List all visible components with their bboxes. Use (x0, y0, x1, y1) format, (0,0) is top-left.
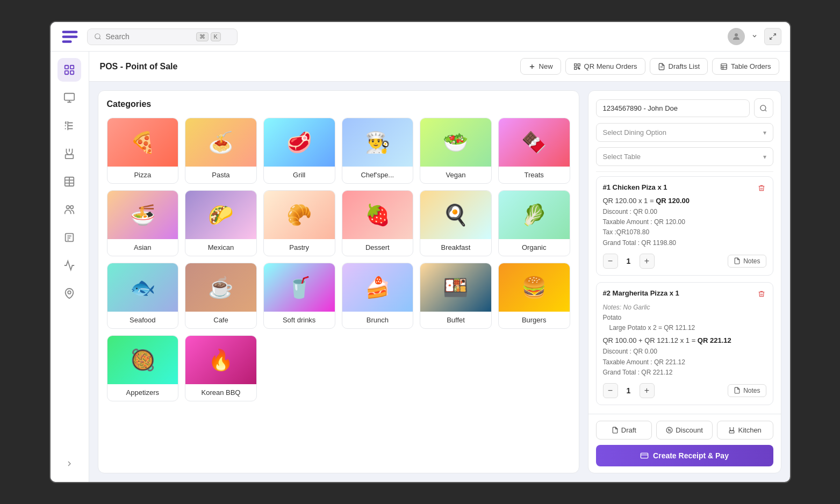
category-img-13: ☕ (185, 263, 256, 312)
table-orders-button[interactable]: Table Orders (712, 58, 779, 75)
order-item-2-qty-row: − 1 + Notes (603, 383, 766, 398)
category-card-vegan[interactable]: 🥗 Vegan (420, 118, 492, 184)
new-label: New (539, 62, 553, 70)
main-layout: POS - Point of Sale New (51, 52, 790, 482)
order-item-2-title: #2 Margherita Pizza x 1 (603, 289, 679, 297)
sidebar-item-pos[interactable] (58, 86, 81, 110)
svg-rect-0 (62, 31, 77, 33)
svg-point-41 (669, 429, 669, 429)
customer-search-btn[interactable] (754, 98, 773, 118)
order-item-2-notes: Notes: No Garlic Potato Large Potato x 2… (603, 303, 766, 334)
category-card-dessert[interactable]: 🍓 Dessert (342, 190, 414, 256)
category-card-chef'spe...[interactable]: 👨‍🍳 Chef'spe... (342, 118, 414, 184)
order-item-1-qty-minus[interactable]: − (603, 254, 618, 269)
draft-button[interactable]: Draft (596, 421, 652, 440)
dining-option-dropdown[interactable]: Select Dining Option ▾ (596, 123, 773, 142)
order-item-2-qty-minus[interactable]: − (603, 383, 618, 398)
category-card-burgers[interactable]: 🍔 Burgers (498, 263, 570, 329)
qr-menu-orders-button[interactable]: QR Menu Orders (565, 58, 645, 75)
category-card-buffet[interactable]: 🍱 Buffet (420, 263, 492, 329)
new-button[interactable]: New (520, 58, 561, 75)
category-card-pizza[interactable]: 🍕 Pizza (107, 118, 179, 184)
category-card-seafood[interactable]: 🐟 Seafood (107, 263, 179, 329)
order-item-1-qty-val: 1 (623, 257, 634, 265)
kitchen-button[interactable]: Kitchen (717, 421, 773, 440)
order-item-2-grand-total: Grand Total : QR 221.12 (603, 368, 766, 378)
svg-point-38 (760, 105, 766, 110)
order-item-2-taxable: Taxable Amount : QR 221.12 (603, 357, 766, 368)
select-table-label: Select Table (603, 153, 641, 161)
order-item-2-notes-label: Notes (743, 387, 760, 394)
category-card-brunch[interactable]: 🍰 Brunch (342, 263, 414, 329)
category-img-3: 👨‍🍳 (342, 118, 413, 167)
category-card-korean-bbq[interactable]: 🔥 Korean BBQ (185, 335, 257, 401)
search-input[interactable] (106, 32, 192, 41)
sidebar-expand-btn[interactable] (58, 452, 81, 476)
order-item-2-modifier-detail: Large Potato x 2 = QR 121.12 (603, 323, 766, 333)
select-table-dropdown[interactable]: Select Table ▾ (596, 147, 773, 166)
category-card-mexican[interactable]: 🌮 Mexican (185, 190, 257, 256)
sidebar-item-reports[interactable] (58, 226, 81, 249)
svg-point-4 (735, 33, 738, 37)
kitchen-label: Kitchen (738, 426, 761, 434)
topbar: ⌘ K (51, 22, 790, 52)
sidebar-item-kitchen[interactable] (58, 142, 81, 165)
svg-line-5 (773, 34, 776, 36)
order-item-1-discount: Discount : QR 0.00 (603, 207, 766, 217)
category-img-0: 🍕 (107, 118, 178, 167)
order-item-2-delete[interactable] (757, 289, 766, 300)
category-img-17: 🍔 (499, 263, 570, 312)
category-img-6: 🍜 (107, 191, 178, 239)
category-card-pasta[interactable]: 🍝 Pasta (185, 118, 257, 184)
order-item-1-notes-btn[interactable]: Notes (728, 255, 766, 268)
sidebar-item-locations[interactable] (58, 282, 81, 305)
sidebar-item-dashboard[interactable] (58, 58, 81, 82)
category-card-appetizers[interactable]: 🥘 Appetizers (107, 335, 179, 401)
category-card-organic[interactable]: 🥬 Organic (498, 190, 570, 256)
search-bar[interactable]: ⌘ K (87, 28, 238, 45)
category-card-asian[interactable]: 🍜 Asian (107, 190, 179, 256)
category-card-breakfast[interactable]: 🍳 Breakfast (420, 190, 492, 256)
order-item-2-qty-plus[interactable]: + (640, 383, 655, 398)
logo (59, 26, 81, 47)
discount-button[interactable]: Discount (656, 421, 713, 440)
category-img-16: 🍱 (420, 263, 491, 312)
order-item-2-discount: Discount : QR 0.00 (603, 347, 766, 357)
category-img-11: 🥬 (499, 191, 570, 239)
fullscreen-btn[interactable] (764, 28, 781, 45)
order-item-1-price: QR 120.00 x 1 = QR 120.00 (603, 197, 766, 205)
order-item-1-taxable: Taxable Amount : QR 120.00 (603, 217, 766, 227)
category-card-pastry[interactable]: 🥐 Pastry (263, 190, 335, 256)
category-card-soft-drinks[interactable]: 🥤 Soft drinks (263, 263, 335, 329)
footer-actions: Draft Discount (596, 421, 773, 440)
category-img-8: 🥐 (264, 191, 335, 239)
category-name-7: Mexican (185, 239, 256, 256)
sidebar-item-menu[interactable] (58, 114, 81, 138)
order-item-1-qty-plus[interactable]: + (640, 254, 655, 269)
category-card-cafe[interactable]: ☕ Cafe (185, 263, 257, 329)
sidebar-item-analytics[interactable] (58, 254, 81, 277)
sidebar-item-tables[interactable] (58, 170, 81, 193)
svg-point-20 (70, 206, 74, 209)
svg-point-42 (670, 431, 671, 431)
sidebar-item-staff[interactable] (58, 198, 81, 221)
order-item-2-price-prefix: QR 100.00 + QR 121.12 x 1 = (603, 336, 698, 344)
dining-option-label: Select Dining Option (603, 128, 667, 136)
order-item-1-price-bold: QR 120.00 (656, 197, 690, 205)
customer-id: 1234567890 - John Doe (596, 99, 750, 117)
avatar[interactable] (728, 28, 745, 45)
category-card-treats[interactable]: 🍫 Treats (498, 118, 570, 184)
order-item-1-delete[interactable] (757, 183, 766, 195)
body-split: Categories 🍕 Pizza 🍝 Pasta 🥩 Grill 👨‍🍳 C… (89, 82, 790, 482)
order-item-1-title: #1 Chicken Piza x 1 (603, 183, 667, 191)
order-item-2-notes-btn[interactable]: Notes (728, 384, 766, 397)
right-panel-body: 1234567890 - John Doe Select Dining Opti… (588, 91, 781, 414)
categories-title: Categories (107, 99, 570, 109)
kbd-k: K (211, 32, 221, 41)
category-card-grill[interactable]: 🥩 Grill (263, 118, 335, 184)
category-name-16: Buffet (420, 312, 491, 328)
svg-rect-28 (574, 63, 576, 66)
drafts-list-button[interactable]: Drafts List (650, 58, 708, 75)
user-dropdown-btn[interactable] (749, 31, 760, 43)
create-receipt-pay-button[interactable]: Create Receipt & Pay (596, 445, 773, 466)
